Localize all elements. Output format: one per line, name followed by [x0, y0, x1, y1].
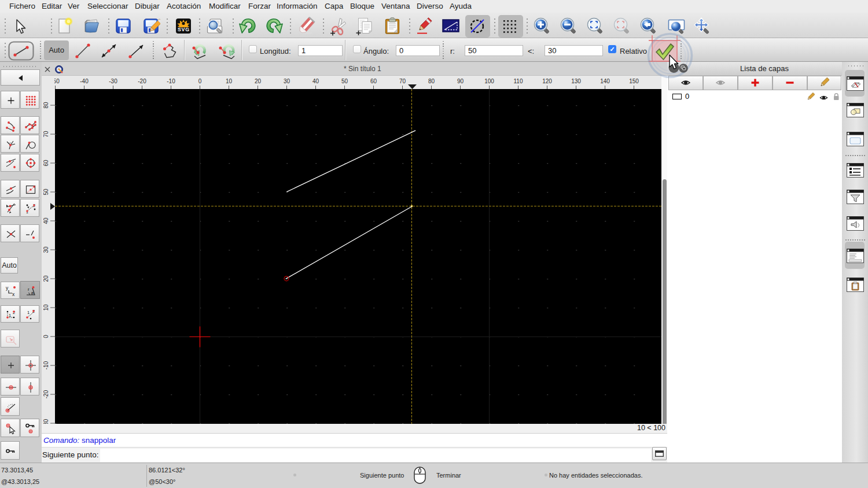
svg-text:0: 0 [198, 78, 202, 84]
svg-text:110: 110 [514, 78, 523, 84]
svg-text:130: 130 [571, 78, 581, 84]
svg-text:y: y [6, 285, 9, 291]
svg-text:-50: -50 [54, 78, 60, 84]
svg-text:-20: -20 [43, 390, 49, 398]
svg-text:10: 10 [226, 78, 233, 84]
svg-text:50: 50 [341, 78, 348, 84]
svg-text:1: 1 [27, 310, 30, 315]
svg-text:30: 30 [284, 78, 290, 84]
svg-text:150: 150 [629, 78, 639, 84]
svg-text:20: 20 [255, 78, 262, 84]
svg-text:-10: -10 [43, 361, 49, 369]
svg-text:40: 40 [43, 217, 49, 224]
svg-text:-30: -30 [109, 78, 117, 84]
svg-text:0: 0 [43, 335, 49, 338]
svg-text:20: 20 [43, 275, 49, 282]
svg-text:100: 100 [484, 78, 494, 84]
svg-text:70: 70 [399, 78, 406, 84]
svg-text:-20: -20 [138, 78, 146, 84]
svg-text:80: 80 [428, 78, 435, 84]
svg-text:10: 10 [43, 304, 49, 311]
svg-text:-30: -30 [43, 419, 49, 424]
svg-text:40: 40 [312, 78, 319, 84]
svg-text:60: 60 [43, 160, 49, 167]
svg-text:-40: -40 [80, 78, 89, 84]
svg-text:30: 30 [43, 246, 49, 253]
svg-text:60: 60 [370, 78, 377, 84]
svg-text:70: 70 [43, 131, 49, 138]
svg-text:SVG: SVG [178, 27, 189, 32]
svg-text:a: a [31, 290, 34, 295]
svg-text:r: r [28, 287, 30, 292]
svg-text:-10: -10 [167, 78, 175, 84]
svg-text:1: 1 [9, 313, 11, 318]
svg-text:120: 120 [542, 78, 552, 84]
svg-text:50: 50 [43, 188, 49, 195]
svg-text:90: 90 [457, 78, 464, 84]
svg-text:80: 80 [43, 102, 49, 109]
svg-text:x: x [12, 291, 15, 297]
svg-text:140: 140 [600, 78, 610, 84]
